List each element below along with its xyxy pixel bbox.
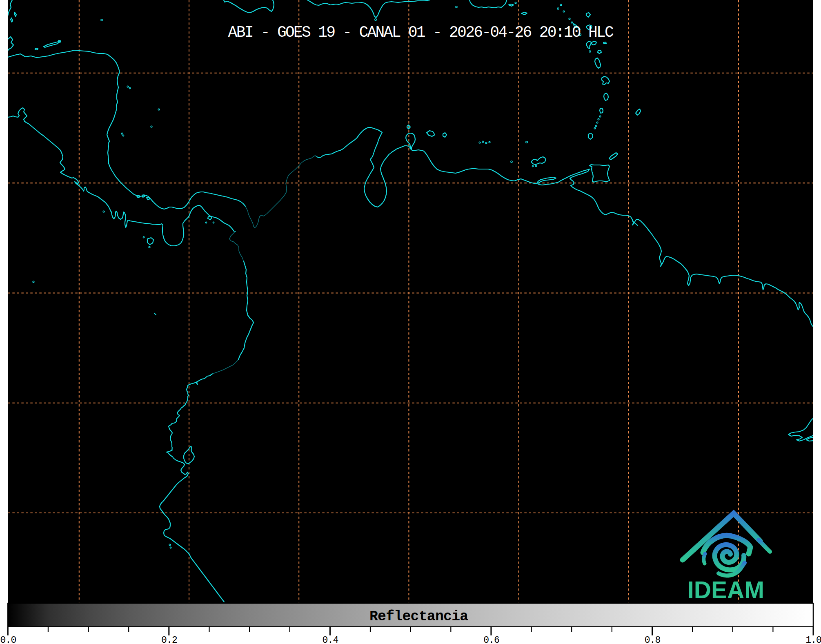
svg-text:0.2: 0.2: [161, 635, 177, 644]
svg-text:0.6: 0.6: [483, 635, 499, 644]
svg-text:0.0: 0.0: [0, 635, 16, 644]
svg-text:ABI - GOES 19 - CANAL 01 - 202: ABI - GOES 19 - CANAL 01 - 2026-04-26 20…: [228, 24, 614, 41]
svg-text:0.4: 0.4: [323, 635, 338, 644]
svg-text:IDEAM: IDEAM: [688, 577, 765, 603]
svg-text:1.0: 1.0: [805, 635, 821, 644]
svg-text:Reflectancia: Reflectancia: [369, 608, 468, 624]
svg-text:0.8: 0.8: [645, 635, 661, 644]
